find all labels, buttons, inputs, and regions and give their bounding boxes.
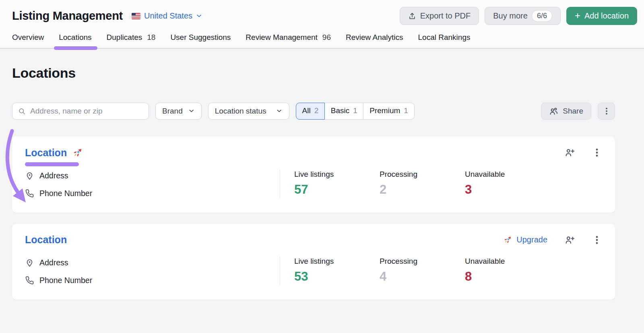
stat-live-listings: Live listings 57: [294, 170, 380, 198]
rocket-icon: [72, 147, 84, 159]
tab-count: 18: [147, 33, 155, 42]
stat-processing: Processing 2: [380, 170, 465, 198]
page-title: Listing Management: [12, 9, 123, 23]
tab-user-suggestions[interactable]: User Suggestions: [170, 31, 231, 48]
tab-duplicates[interactable]: Duplicates 18: [107, 31, 156, 48]
add-location-button[interactable]: + Add location: [566, 7, 637, 25]
toolbar-kebab-menu[interactable]: [598, 103, 615, 120]
add-user-button[interactable]: [564, 235, 575, 245]
add-user-button[interactable]: [564, 147, 575, 158]
phone-icon: [25, 189, 34, 198]
location-link[interactable]: Location: [25, 147, 67, 159]
stat-value: 57: [294, 182, 380, 197]
chevron-down-icon: [196, 13, 202, 19]
tab-review-analytics[interactable]: Review Analytics: [346, 31, 403, 48]
kebab-icon: [592, 147, 602, 158]
tab-local-rankings[interactable]: Local Rankings: [418, 31, 471, 48]
card-kebab-menu[interactable]: [592, 147, 602, 158]
kebab-icon: [592, 235, 602, 245]
share-button[interactable]: Share: [541, 103, 591, 120]
us-flag-icon: [132, 13, 140, 19]
upgrade-link[interactable]: Upgrade: [503, 235, 547, 245]
phone-icon: [25, 276, 34, 285]
quota-badge: 6/6: [532, 10, 552, 22]
stat-processing: Processing 4: [380, 257, 465, 285]
page-header: Listing Management United States Export …: [0, 0, 644, 49]
stat-unavailable: Unavailable 8: [465, 257, 550, 285]
country-selector[interactable]: United States: [132, 11, 202, 21]
kebab-icon: [602, 107, 611, 116]
address-row: Address: [25, 171, 280, 180]
export-pdf-button[interactable]: Export to PDF: [400, 7, 479, 25]
segment-basic[interactable]: Basic 1: [324, 103, 364, 120]
section-heading: Locations: [12, 49, 615, 81]
card-kebab-menu[interactable]: [592, 235, 602, 245]
annotation-underline: [25, 162, 79, 166]
stat-value: 53: [294, 269, 380, 284]
map-pin-icon: [25, 171, 34, 180]
add-location-label: Add location: [584, 11, 629, 21]
stat-live-listings: Live listings 53: [294, 257, 380, 285]
chevron-down-icon: [188, 108, 195, 114]
stat-value: 8: [465, 269, 550, 284]
location-card-basic: Location Upgrade Address: [12, 224, 615, 300]
person-add-icon: [564, 235, 575, 245]
address-row: Address: [25, 258, 280, 267]
location-status-dropdown[interactable]: Location status: [208, 103, 289, 120]
stat-unavailable: Unavailable 3: [465, 170, 550, 198]
person-add-icon: [564, 147, 575, 158]
people-icon: [549, 107, 558, 116]
search-input[interactable]: [30, 107, 143, 116]
country-selector-label: United States: [144, 11, 192, 21]
chevron-down-icon: [276, 108, 283, 114]
tab-count: 96: [322, 33, 331, 42]
tab-locations[interactable]: Locations: [59, 31, 91, 48]
filter-toolbar: Brand Location status All 2 Basic 1 Prem…: [12, 103, 615, 120]
rocket-icon: [503, 235, 513, 245]
brand-filter-dropdown[interactable]: Brand: [155, 103, 202, 120]
tab-overview[interactable]: Overview: [12, 31, 44, 48]
buy-more-label: Buy more: [493, 11, 528, 21]
location-link[interactable]: Location: [25, 234, 67, 246]
stat-value: 3: [465, 182, 550, 197]
upload-icon: [408, 12, 416, 20]
tab-review-management[interactable]: Review Management 96: [246, 31, 331, 48]
stat-value: 4: [380, 269, 465, 284]
phone-row: Phone Number: [25, 276, 280, 285]
plan-segmented-control: All 2 Basic 1 Premium 1: [296, 103, 415, 120]
map-pin-icon: [25, 258, 34, 267]
stat-value: 2: [380, 182, 465, 197]
phone-row: Phone Number: [25, 189, 280, 198]
segment-premium[interactable]: Premium 1: [363, 103, 415, 120]
search-box: [12, 103, 149, 120]
export-pdf-label: Export to PDF: [420, 11, 471, 21]
main-content: Locations Brand Location status All 2: [0, 49, 644, 300]
search-icon: [18, 108, 26, 115]
plus-icon: +: [575, 11, 580, 21]
location-card-premium: Location Address Phone Number: [12, 137, 615, 213]
tab-bar: Overview Locations Duplicates 18 User Su…: [0, 31, 644, 49]
buy-more-button[interactable]: Buy more 6/6: [485, 7, 561, 25]
segment-all[interactable]: All 2: [296, 103, 325, 120]
